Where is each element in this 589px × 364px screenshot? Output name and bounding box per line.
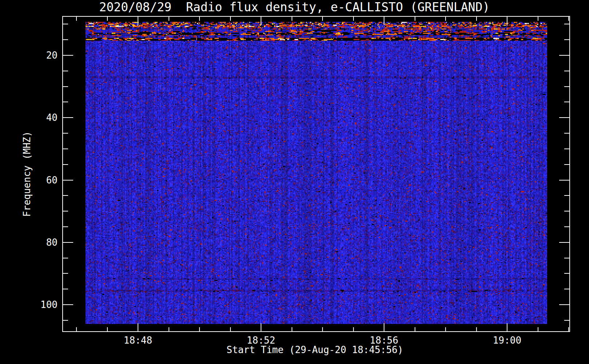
- y-minor-tick-right: [564, 289, 569, 289]
- x-minor-tick: [322, 327, 323, 331]
- x-tick-label: 18:56: [355, 335, 413, 345]
- y-major-tick-right: [559, 242, 569, 243]
- y-minor-tick: [63, 211, 68, 211]
- x-minor-tick-top: [353, 17, 354, 21]
- x-major-tick-top: [507, 17, 507, 25]
- y-minor-tick: [63, 320, 68, 321]
- y-minor-tick-right: [564, 195, 569, 196]
- x-major-tick: [384, 323, 384, 331]
- y-minor-tick: [63, 273, 68, 274]
- x-minor-tick: [538, 327, 538, 331]
- x-minor-tick-top: [568, 17, 569, 21]
- y-major-tick-right: [559, 304, 569, 305]
- x-minor-tick-top: [76, 17, 77, 21]
- x-minor-tick: [353, 327, 354, 331]
- x-minor-tick: [76, 327, 77, 331]
- x-major-tick: [261, 323, 261, 331]
- y-minor-tick: [63, 226, 68, 227]
- x-minor-tick-top: [476, 17, 477, 21]
- y-minor-tick-right: [564, 24, 569, 24]
- x-major-tick-top: [261, 17, 261, 25]
- y-minor-tick: [63, 133, 68, 134]
- spectrogram-page: 2020/08/29 Radio flux density, e-CALLIST…: [0, 0, 589, 364]
- y-minor-tick-right: [564, 211, 569, 211]
- x-minor-tick-top: [230, 17, 231, 21]
- y-major-tick-right: [559, 55, 569, 56]
- x-minor-tick: [476, 327, 477, 331]
- x-minor-tick: [292, 327, 292, 331]
- x-major-tick-top: [384, 17, 384, 25]
- x-minor-tick-top: [169, 17, 169, 21]
- y-minor-tick-right: [564, 133, 569, 134]
- spectrogram-image: [86, 22, 547, 324]
- y-minor-tick-right: [564, 39, 569, 40]
- y-minor-tick: [63, 24, 68, 24]
- y-minor-tick: [63, 102, 68, 102]
- y-minor-tick: [63, 39, 68, 40]
- y-tick-label: 20: [24, 50, 58, 60]
- x-minor-tick-top: [199, 17, 200, 21]
- x-minor-tick-top: [445, 17, 446, 21]
- y-tick-label: 80: [24, 237, 58, 248]
- y-minor-tick: [63, 164, 68, 165]
- x-minor-tick-top: [322, 17, 323, 21]
- x-tick-label: 18:52: [232, 335, 290, 345]
- y-major-tick-right: [559, 180, 569, 181]
- x-axis-label: Start Time (29-Aug-20 18:45:56): [0, 344, 589, 355]
- x-minor-tick-top: [415, 17, 415, 21]
- y-major-tick: [63, 180, 73, 181]
- chart-title: 2020/08/29 Radio flux density, e-CALLIST…: [0, 1, 589, 14]
- x-major-tick-top: [138, 17, 138, 25]
- x-minor-tick: [169, 327, 169, 331]
- x-minor-tick-top: [292, 17, 292, 21]
- y-tick-label: 100: [24, 300, 58, 310]
- y-minor-tick-right: [564, 164, 569, 165]
- y-minor-tick-right: [564, 320, 569, 321]
- x-tick-label: 19:00: [478, 335, 536, 345]
- y-major-tick: [63, 242, 73, 243]
- y-minor-tick: [63, 71, 68, 71]
- x-minor-tick: [230, 327, 231, 331]
- y-minor-tick-right: [564, 258, 569, 258]
- y-minor-tick-right: [564, 273, 569, 274]
- x-minor-tick: [199, 327, 200, 331]
- y-minor-tick-right: [564, 226, 569, 227]
- y-major-tick: [63, 55, 73, 56]
- y-minor-tick-right: [564, 102, 569, 102]
- x-minor-tick-top: [107, 17, 108, 21]
- y-major-tick: [63, 304, 73, 305]
- x-tick-label: 18:48: [109, 335, 167, 345]
- x-major-tick: [507, 323, 507, 331]
- x-minor-tick: [445, 327, 446, 331]
- x-minor-tick: [568, 327, 569, 331]
- y-axis-label: Frequency (MHZ): [22, 112, 32, 236]
- y-minor-tick: [63, 258, 68, 258]
- y-minor-tick: [63, 289, 68, 289]
- y-minor-tick-right: [564, 71, 569, 71]
- y-minor-tick: [63, 195, 68, 196]
- y-minor-tick: [63, 86, 68, 87]
- y-minor-tick-right: [564, 149, 569, 149]
- x-minor-tick: [107, 327, 108, 331]
- x-major-tick: [138, 323, 138, 331]
- x-minor-tick: [415, 327, 415, 331]
- x-minor-tick-top: [538, 17, 538, 21]
- y-major-tick-right: [559, 117, 569, 118]
- y-minor-tick: [63, 149, 68, 149]
- y-major-tick: [63, 117, 73, 118]
- y-minor-tick-right: [564, 86, 569, 87]
